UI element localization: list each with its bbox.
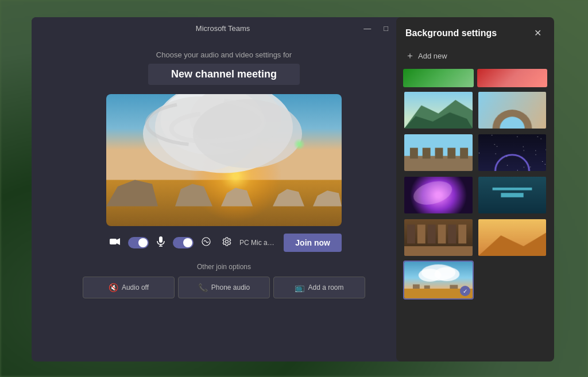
bg-thumb-canvas-mountains	[404, 92, 473, 129]
bg-thumb-canvas-arch	[478, 92, 547, 129]
svg-rect-2	[159, 236, 163, 243]
subtitle: Choose your audio and video settings for	[156, 50, 292, 59]
video-preview	[106, 94, 342, 226]
bg-panel-title: Background settings	[405, 28, 497, 38]
bg-thumb-nebula[interactable]	[403, 176, 474, 215]
bg-thumb-canvas-nebula	[404, 177, 473, 213]
svg-point-6	[226, 240, 229, 243]
window-title: Microsoft Teams	[84, 24, 361, 33]
audio-off-icon: 🔇	[109, 283, 118, 292]
noise-button[interactable]	[198, 234, 214, 252]
phone-icon: 📞	[198, 283, 208, 292]
other-join-section: Other join options 🔇 Audio off 📞 Phone a…	[43, 263, 405, 298]
video-canvas	[106, 94, 342, 226]
bg-thumb-canvas-space-arch	[478, 134, 547, 171]
mic-toggle[interactable]	[173, 237, 194, 248]
bg-thumb-sky-current[interactable]: ✓	[403, 261, 474, 300]
main-window: Microsoft Teams — □ ✕ Choose your audio …	[32, 17, 416, 362]
device-label: PC Mic and Sp...	[239, 239, 274, 247]
bg-thumb-space-arch[interactable]	[477, 133, 548, 172]
room-icon: 📺	[295, 283, 304, 292]
controls-bar: PC Mic and Sp... Join now	[106, 233, 342, 252]
bg-settings-panel: Background settings ✕ ＋ Add new ✓	[396, 17, 554, 362]
add-icon: ＋	[405, 50, 415, 62]
svg-rect-0	[110, 239, 117, 244]
add-new-row[interactable]: ＋ Add new	[396, 46, 554, 69]
bg-thumb-arch[interactable]	[477, 91, 548, 130]
camera-button[interactable]	[106, 234, 123, 251]
bg-thumb-cartoon[interactable]	[477, 218, 548, 257]
bg-strip-green[interactable]	[403, 69, 474, 87]
main-content: Choose your audio and video settings for…	[32, 39, 416, 362]
audio-off-button[interactable]: 🔇 Audio off	[83, 277, 175, 298]
maximize-button[interactable]: □	[381, 23, 390, 34]
selected-checkmark: ✓	[460, 286, 470, 296]
join-options-row: 🔇 Audio off 📞 Phone audio 📺 Add a room	[43, 277, 405, 298]
bg-thumb-canvas-forest	[478, 177, 547, 213]
mic-button[interactable]	[153, 233, 168, 252]
phone-audio-label: Phone audio	[211, 283, 250, 292]
bg-thumb-canvas-street	[404, 219, 473, 256]
meeting-title: New channel meeting	[171, 68, 277, 80]
bg-panel-header: Background settings ✕	[396, 17, 554, 46]
bg-strip-red[interactable]	[477, 69, 548, 87]
svg-marker-1	[117, 238, 120, 245]
phone-audio-button[interactable]: 📞 Phone audio	[178, 277, 270, 298]
bg-strip-row	[396, 69, 554, 91]
join-button[interactable]: Join now	[284, 234, 342, 252]
camera-toggle[interactable]	[128, 237, 149, 248]
bg-thumb-village[interactable]	[403, 133, 474, 172]
add-room-button[interactable]: 📺 Add a room	[273, 277, 365, 298]
bg-thumb-canvas-village	[404, 134, 473, 171]
audio-off-label: Audio off	[122, 283, 149, 292]
other-join-label: Other join options	[43, 263, 405, 271]
bg-thumbnails-grid: ✓	[396, 91, 554, 362]
meeting-title-box: New channel meeting	[148, 64, 300, 85]
title-bar: Microsoft Teams — □ ✕	[32, 17, 416, 39]
bg-thumb-forest[interactable]	[477, 176, 548, 215]
bg-thumb-mountains[interactable]	[403, 91, 474, 130]
bg-thumb-canvas-cartoon	[478, 219, 547, 256]
settings-button[interactable]	[219, 234, 235, 252]
add-room-label: Add a room	[308, 283, 343, 292]
bg-close-button[interactable]: ✕	[531, 26, 545, 40]
bg-thumb-street[interactable]	[403, 218, 474, 257]
minimize-button[interactable]: —	[361, 23, 373, 34]
add-new-label: Add new	[418, 52, 447, 60]
